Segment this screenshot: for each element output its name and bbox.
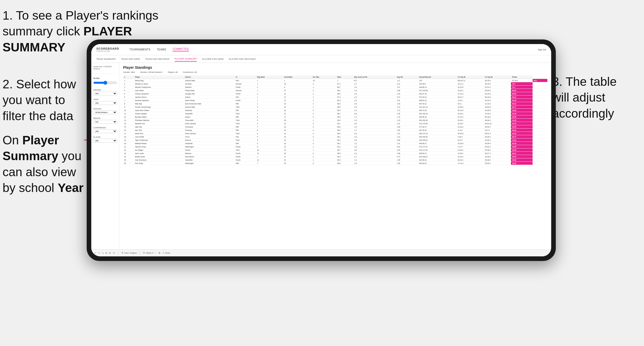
cell-4-13: 60.89 <box>511 92 533 95</box>
cell-11-7: 68.4 <box>336 115 353 119</box>
cell-8-13: 46.77 <box>511 105 533 109</box>
cell-2-1: Michael Thorbjornsen <box>134 86 184 89</box>
nav-tournaments[interactable]: TOURNAMENTS <box>129 48 150 51</box>
cell-19-9: 1.61 <box>396 142 418 145</box>
cell-2-3: Fourth <box>235 86 256 89</box>
cell-15-4: 8 <box>256 129 283 132</box>
table-row: 2Michael Le SassoOle MissSecond118067.1-… <box>123 82 547 86</box>
toolbar-copy[interactable]: ⧉ <box>106 252 107 254</box>
cell-17-13: 46.47 <box>511 135 533 139</box>
cell-24-3: Fourth <box>235 158 256 162</box>
cell-4-8: -2.5 <box>353 92 396 95</box>
toolbar-share[interactable]: ↗ Share <box>162 252 170 254</box>
cell-19-8: -1.2 <box>353 142 396 145</box>
cell-3-11: 24-31-1 <box>457 89 484 92</box>
filter-region-val: All <box>175 71 178 73</box>
cell-7-11: 8-6-1 <box>457 102 484 105</box>
annotation-bottom-left: On Player Summary you can also view by s… <box>3 132 84 196</box>
cell-25-0: 26 <box>123 162 134 165</box>
table-row: 4Luke ClatonFlorida StateSecond127268.2-… <box>123 89 547 92</box>
cell-3-13: 68.04 <box>511 89 533 92</box>
cell-12-12: 38-46-4 <box>484 119 511 122</box>
cell-15-11: 11-5-3 <box>457 129 484 132</box>
no-rds-slider[interactable] <box>93 80 117 86</box>
cell-20-12: 25-42-3 <box>484 145 511 148</box>
toolbar-clock[interactable]: ⏱ <box>113 252 115 254</box>
subnav-team-h2h-grid[interactable]: TEAM H2H GRID <box>121 57 140 61</box>
cell-0-13: 57-23-0 <box>511 79 533 82</box>
cell-0-10: 3.07 <box>418 79 457 82</box>
cell-6-9: 2.01 <box>396 99 418 102</box>
sidebar-conference-select[interactable]: (All) <box>93 129 117 133</box>
cell-12-4: 6 <box>256 119 283 122</box>
filter-conference: Conference: All <box>183 71 197 73</box>
cell-14-13: 40.55 <box>511 125 533 129</box>
table-area: Player Standings Gender: Men Division: N… <box>119 63 551 249</box>
cell-9-11: 30-14-5 <box>457 109 484 112</box>
toolbar-watch[interactable]: 👁 Watch ▾ <box>143 252 153 254</box>
cell-20-13: 40.96 <box>511 145 533 148</box>
cell-21-5: 24 <box>283 148 312 152</box>
cell-1-13: 78.7 <box>511 82 533 86</box>
col-reg-rank: Reg Rank <box>256 75 283 79</box>
col-points: Points <box>511 75 533 79</box>
table-header: # Player School Yr Reg Rank Conf Rank No… <box>123 75 547 79</box>
cell-21-9: 1.43 <box>396 148 418 152</box>
cell-7-0: 8 <box>123 102 134 105</box>
cell-7-10: 607-63-12 <box>418 102 457 105</box>
cell-13-6: 0 <box>312 122 336 125</box>
subnav-team-summary[interactable]: TEAM SUMMARY <box>96 57 116 61</box>
cell-18-8: -0.8 <box>353 139 396 142</box>
cell-7-12: 12-16-3 <box>484 102 511 105</box>
toolbar-undo[interactable]: ↩ <box>94 252 96 254</box>
sidebar-region-select[interactable]: N/A <box>93 120 117 124</box>
table-row: 24Bastien AmatNew MexicoFourth127269.4-1… <box>123 155 547 158</box>
subnav-team-h2h-heatmap[interactable]: TEAM H2H HEATMAP <box>145 57 170 61</box>
sidebar-division-select[interactable]: NCAA Division I <box>93 110 117 114</box>
cell-10-2: Vanderbilt <box>184 112 235 115</box>
cell-0-6: 15 <box>312 79 336 82</box>
cell-2-11: 10-10-0 <box>457 86 484 89</box>
cell-21-0: 22 <box>123 148 134 152</box>
subnav-player-h2h-grid[interactable]: PLAYER H2H GRID <box>202 57 224 61</box>
cell-23-11: 10-15-1 <box>457 155 484 158</box>
cell-2-12: 22-21-0 <box>484 86 511 89</box>
nav-teams[interactable]: TEAMS <box>157 48 166 51</box>
cell-5-10: 674-33-12 <box>418 95 457 99</box>
sidebar-player-select[interactable]: (All) <box>93 139 117 143</box>
cell-22-8: -2.3 <box>353 152 396 155</box>
subnav-player-h2h-heatmap[interactable]: PLAYER H2H HEATMAP <box>229 57 256 61</box>
toolbar-redo[interactable]: ↪ <box>98 252 100 254</box>
annotation-bottom-prefix: On <box>3 133 22 147</box>
toolbar-dash[interactable]: ⊟ <box>109 252 111 254</box>
toolbar-view[interactable]: 👁 View: Original <box>121 252 137 254</box>
cell-1-6: 0 <box>312 82 336 86</box>
subnav-player-summary[interactable]: PLAYER SUMMARY <box>175 57 197 62</box>
cell-23-4: 1 <box>256 155 283 158</box>
cell-25-9: 1.56 <box>396 162 418 165</box>
cell-12-10: 628-150-30 <box>418 119 457 122</box>
cell-4-3: Fourth <box>235 92 256 95</box>
cell-18-3: Third <box>235 139 256 142</box>
sign-out-link[interactable]: Sign out <box>538 48 546 51</box>
cell-10-10: 387-133-16 <box>418 112 457 115</box>
cell-10-11: 25-22-1 <box>457 112 484 115</box>
sidebar-gender-select[interactable]: Men <box>93 92 117 95</box>
nav-committee[interactable]: COMMITTEE <box>173 48 189 51</box>
cell-4-10: 533-57-16 <box>418 92 457 95</box>
toolbar-grid[interactable]: ⊞ <box>159 252 160 254</box>
toolbar-back[interactable]: ◁ <box>102 252 104 254</box>
cell-23-2: New Mexico <box>184 155 235 158</box>
cell-25-8: -1.8 <box>353 162 396 165</box>
cell-2-4: 2 <box>256 86 283 89</box>
cell-0-2: Arizona State <box>184 79 235 82</box>
cell-9-0: 10 <box>123 109 134 112</box>
cell-22-9: 1.68 <box>396 152 418 155</box>
cell-19-3: Fifth <box>235 142 256 145</box>
toolbar-export[interactable]: ↑ <box>156 252 157 254</box>
cell-14-6: 0 <box>312 125 336 129</box>
sidebar-year-select[interactable]: (All) <box>93 101 117 105</box>
cell-18-0: 19 <box>123 139 134 142</box>
cell-22-1: Jack Lundin <box>134 152 184 155</box>
cell-9-1: Jacob Skov Olesen <box>134 109 184 112</box>
